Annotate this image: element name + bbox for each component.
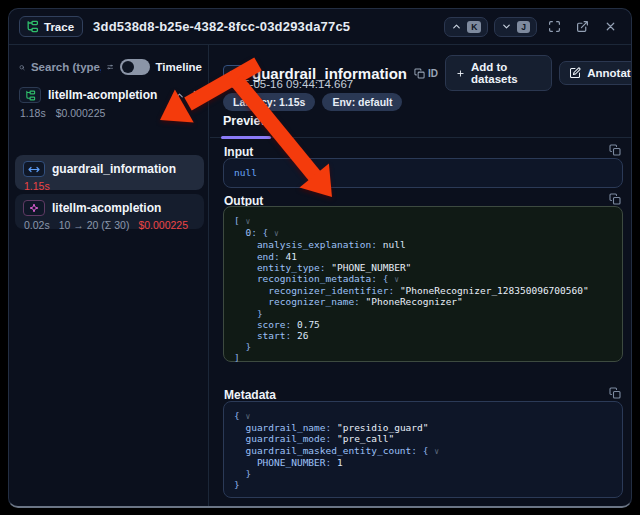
code-line: } <box>234 479 612 490</box>
code-line: analysis_explanation: null <box>234 239 612 250</box>
json-token-punc: : <box>285 330 296 341</box>
annotate-label: Annotate <box>587 67 632 79</box>
metadata-json-viewer: { ∨ guardrail_name: "presidio_guard" gua… <box>223 401 623 498</box>
collapse-up-icon[interactable] <box>174 90 185 101</box>
json-token-key: guardrail_mode <box>234 433 326 444</box>
collapse-caret-icon[interactable]: ∨ <box>394 275 399 284</box>
code-line: score: 0.75 <box>234 319 612 330</box>
copy-output-button[interactable] <box>609 193 621 205</box>
tree-root-row[interactable]: litellm-acompletion 1.18s $0.000225 <box>19 87 202 119</box>
collapse-caret-icon[interactable]: ∨ <box>274 229 279 238</box>
item-tokens: 10 → 20 (Σ 30) <box>59 219 130 231</box>
search-row: Timeline <box>19 55 202 79</box>
json-token-str: "PhoneRecognizer_128350096700560" <box>400 285 589 296</box>
json-token-punc: : <box>285 319 296 330</box>
expand-button[interactable] <box>543 16 565 38</box>
json-token-key: 0 <box>234 227 251 238</box>
root-latency: 1.18s <box>20 107 46 119</box>
json-token-punc: : <box>326 433 337 444</box>
item-cost: $0.000225 <box>138 219 188 231</box>
next-observation-button[interactable]: J <box>494 17 537 37</box>
trace-type-badge: Trace <box>19 16 83 37</box>
code-line: guardrail_name: "presidio_guard" <box>234 422 612 433</box>
code-line: { ∨ <box>234 410 612 422</box>
collapse-caret-icon[interactable]: ∨ <box>434 447 439 456</box>
add-to-datasets-label: Add to datasets <box>471 61 541 85</box>
trace-tree-sidebar: Timeline litellm-acompletion <box>9 45 209 506</box>
tree-item-label: guardrail_information <box>52 162 176 176</box>
root-cost: $0.000225 <box>56 107 106 119</box>
json-token-key: start <box>234 330 285 341</box>
add-to-datasets-button[interactable]: Add to datasets <box>445 55 552 91</box>
shortcut-key-j: J <box>517 21 530 33</box>
timeline-toggle[interactable] <box>120 59 150 75</box>
top-bar: Trace 3dd538d8-b25e-4382-8fcc-03d293da77… <box>9 9 631 45</box>
json-token-punc: : { <box>371 273 394 284</box>
json-token-key: end <box>234 251 274 262</box>
code-line: } <box>234 341 612 352</box>
chevron-up-icon <box>451 21 462 32</box>
json-token-punc: : <box>320 262 331 273</box>
json-token-str: "pre_call" <box>337 433 394 444</box>
json-token-punc: : <box>354 296 365 307</box>
external-link-icon <box>576 20 589 33</box>
copy-icon <box>609 193 621 205</box>
sparkle-icon <box>29 203 39 213</box>
json-token-key: guardrail_name <box>234 422 326 433</box>
input-json-viewer: null <box>223 158 623 188</box>
json-token-punc: : <box>274 251 285 262</box>
close-button[interactable] <box>599 16 621 38</box>
json-token-punc: } <box>234 341 251 352</box>
json-token-null: null <box>234 167 257 178</box>
code-line: PHONE_NUMBER: 1 <box>234 457 612 468</box>
json-token-key: recognizer_identifier <box>234 285 388 296</box>
collapse-caret-icon[interactable]: ∨ <box>245 412 250 421</box>
code-line: end: 41 <box>234 251 612 262</box>
span-arrows-icon <box>228 69 240 78</box>
close-icon <box>604 20 617 33</box>
open-external-button[interactable] <box>571 16 593 38</box>
id-label: ID <box>428 68 438 79</box>
item-latency: 0.02s <box>24 219 50 231</box>
timeline-label: Timeline <box>156 61 202 73</box>
json-token-val: 0.75 <box>297 319 320 330</box>
json-token-punc: [ <box>234 215 245 226</box>
list-tree-icon <box>26 20 39 33</box>
json-token-punc: } <box>234 479 240 490</box>
latency-badge: Latency: 1.15s <box>223 93 315 111</box>
search-input[interactable] <box>31 61 101 73</box>
trace-node-icon <box>19 87 41 103</box>
screen: Trace 3dd538d8-b25e-4382-8fcc-03d293da77… <box>0 0 640 515</box>
code-line: recognizer_name: "PhoneRecognizer" <box>234 296 612 307</box>
shortcut-key-k: K <box>467 21 481 33</box>
metadata-section-label: Metadata <box>224 388 276 402</box>
json-token-key: entity_type <box>234 262 320 273</box>
json-token-punc: : <box>326 422 337 433</box>
topbar-actions: K J <box>444 16 621 38</box>
tree-item-guardrail-information[interactable]: guardrail_information 1.15s <box>15 155 204 190</box>
json-token-str: "presidio_guard" <box>337 422 429 433</box>
fold-tree-icon[interactable] <box>191 90 202 101</box>
json-token-punc: ] <box>234 352 240 363</box>
chevron-down-icon <box>501 21 512 32</box>
code-line: } <box>234 468 612 479</box>
copy-icon <box>609 387 621 399</box>
prev-observation-button[interactable]: K <box>444 17 488 37</box>
tree-item-litellm-acompletion[interactable]: litellm-acompletion 0.02s 10 → 20 (Σ 30)… <box>15 194 204 229</box>
json-token-key: score <box>234 319 285 330</box>
json-token-str: "PhoneRecognizer" <box>366 296 463 307</box>
copy-metadata-button[interactable] <box>609 387 621 399</box>
tabs-row: Preview <box>210 114 631 138</box>
generation-node-icon <box>23 200 45 216</box>
active-tab-underline <box>221 136 271 139</box>
json-token-punc: { <box>234 410 245 421</box>
filter-settings-icon[interactable] <box>107 60 113 74</box>
annotate-split-button: Annotate <box>559 61 632 85</box>
copy-input-button[interactable] <box>609 144 621 156</box>
tab-preview[interactable]: Preview <box>223 114 270 138</box>
copy-id-button[interactable]: ID <box>414 68 438 79</box>
json-token-val: null <box>383 239 406 250</box>
collapse-caret-icon[interactable]: ∨ <box>245 217 250 226</box>
annotate-button[interactable]: Annotate <box>560 62 632 84</box>
maximize-icon <box>548 20 561 33</box>
